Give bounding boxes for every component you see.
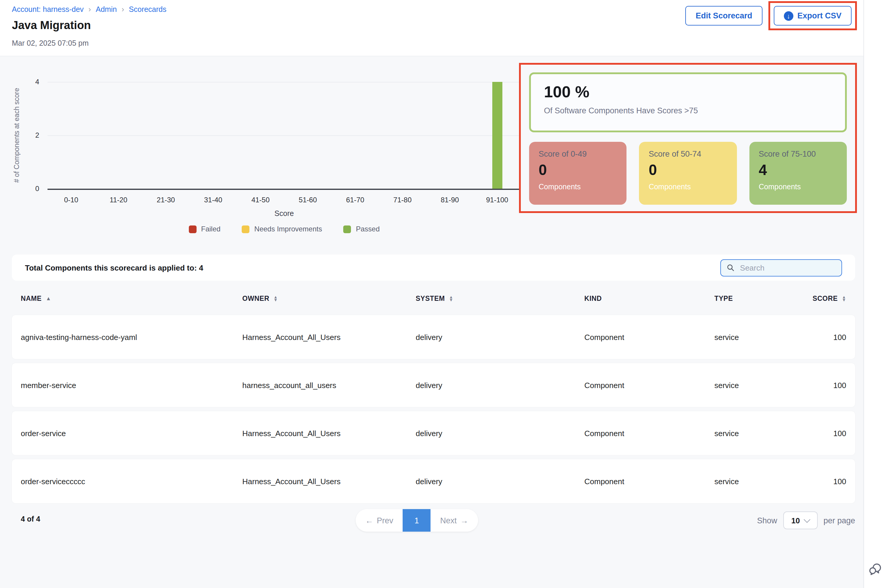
legend-item[interactable]: Needs Improvements bbox=[242, 225, 322, 233]
bar-column bbox=[331, 82, 379, 189]
table-row[interactable]: order-service Harness_Account_All_Users … bbox=[12, 411, 855, 455]
cell-type: service bbox=[715, 381, 805, 390]
column-header[interactable]: SYSTEM ▲▼ bbox=[416, 295, 584, 302]
breadcrumb-separator: › bbox=[89, 5, 91, 14]
cell-owner: Harness_Account_All_Users bbox=[242, 333, 416, 342]
edit-scorecard-button[interactable]: Edit Scorecard bbox=[686, 6, 763, 26]
bar-column bbox=[474, 82, 521, 189]
export-csv-label: Export CSV bbox=[797, 11, 841, 20]
bar-column bbox=[426, 82, 473, 189]
score-range-card: Score of 50-74 0 Components bbox=[639, 142, 737, 205]
score-range-title: Score of 0-49 bbox=[539, 150, 617, 158]
y-axis-title: # of Components at each score bbox=[13, 88, 20, 183]
x-tick-label: 61-70 bbox=[331, 196, 379, 204]
column-label: TYPE bbox=[715, 295, 733, 302]
next-label: Next bbox=[440, 516, 457, 525]
main-content: # of Components at each score 4 2 0 0-10… bbox=[0, 56, 863, 588]
x-tick-label: 81-90 bbox=[426, 196, 473, 204]
table-header: NAME ▲▼ OWNER ▲▼ SYSTEM ▲▼ KIND ▲▼ bbox=[12, 282, 855, 315]
cell-name: member-service bbox=[21, 381, 242, 390]
cell-name: order-serviceccccc bbox=[21, 477, 242, 486]
x-tick-label: 51-60 bbox=[284, 196, 331, 204]
cell-owner: Harness_Account_All_Users bbox=[242, 429, 416, 438]
cell-name: agniva-testing-harness-code-yaml bbox=[21, 333, 242, 342]
x-axis-title: Score bbox=[48, 210, 521, 218]
prev-page-button[interactable]: ← Prev bbox=[356, 509, 403, 532]
score-range-cards: Score of 0-49 0 Components Score of 50-7… bbox=[529, 142, 847, 205]
search-box bbox=[720, 259, 842, 276]
export-annotation-box: ↓ Export CSV bbox=[768, 1, 857, 30]
table-row[interactable]: member-service harness_account_all_users… bbox=[12, 363, 855, 407]
score-range-title: Score of 75-100 bbox=[759, 150, 837, 158]
search-icon bbox=[727, 264, 734, 272]
column-label: SCORE bbox=[813, 295, 838, 302]
chart-bar bbox=[492, 82, 502, 189]
cell-kind: Component bbox=[584, 333, 715, 342]
x-tick-label: 71-80 bbox=[379, 196, 426, 204]
show-label: Show bbox=[757, 516, 777, 525]
cell-system: delivery bbox=[416, 333, 584, 342]
score-percentage-value: 100 % bbox=[544, 83, 832, 102]
column-header[interactable]: NAME ▲▼ bbox=[21, 295, 242, 302]
cell-kind: Component bbox=[584, 429, 715, 438]
column-header[interactable]: KIND ▲▼ bbox=[584, 295, 715, 302]
bar-column bbox=[95, 82, 142, 189]
cell-owner: Harness_Account_All_Users bbox=[242, 477, 416, 486]
table-toolbar: Total Components this scorecard is appli… bbox=[12, 255, 855, 280]
table-row[interactable]: order-serviceccccc Harness_Account_All_U… bbox=[12, 459, 855, 503]
x-tick-label: 91-100 bbox=[474, 196, 521, 204]
x-tick-label: 41-50 bbox=[237, 196, 284, 204]
page-number-active[interactable]: 1 bbox=[403, 509, 431, 532]
breadcrumb-admin-link[interactable]: Admin bbox=[96, 5, 117, 14]
x-axis-labels: 0-1011-2021-3031-4041-5051-6061-7071-808… bbox=[48, 196, 521, 204]
export-csv-button[interactable]: ↓ Export CSV bbox=[773, 6, 851, 26]
next-page-button[interactable]: Next → bbox=[431, 509, 478, 532]
column-label: SYSTEM bbox=[416, 295, 445, 302]
bar-column bbox=[48, 82, 95, 189]
chat-bubbles-icon[interactable] bbox=[868, 562, 883, 576]
x-tick-label: 21-30 bbox=[142, 196, 190, 204]
cell-score: 100 bbox=[805, 429, 846, 438]
cell-system: delivery bbox=[416, 429, 584, 438]
plot-area bbox=[48, 82, 521, 190]
page-title: Java Migration bbox=[12, 19, 91, 32]
bar-column bbox=[190, 82, 237, 189]
page-size-controls: Show 10 per page bbox=[757, 512, 855, 529]
legend-label: Failed bbox=[201, 225, 220, 233]
x-tick-label: 11-20 bbox=[95, 196, 142, 204]
breadcrumb-account-link[interactable]: Account: harness-dev bbox=[12, 5, 84, 14]
score-range-title: Score of 50-74 bbox=[649, 150, 727, 158]
column-label: OWNER bbox=[242, 295, 269, 302]
arrow-right-icon: → bbox=[460, 516, 468, 525]
score-range-label: Components bbox=[759, 183, 837, 191]
breadcrumb-separator: › bbox=[122, 5, 124, 14]
score-percentage-card: 100 % Of Software Components Have Scores… bbox=[529, 72, 847, 132]
header-actions: Edit Scorecard ↓ Export CSV bbox=[686, 1, 857, 30]
legend-label: Needs Improvements bbox=[254, 225, 322, 233]
y-tick: 4 bbox=[23, 78, 39, 86]
bar-column bbox=[237, 82, 284, 189]
score-percentage-subtitle: Of Software Components Have Scores >75 bbox=[544, 106, 832, 115]
score-range-count: 0 bbox=[649, 161, 727, 178]
cell-score: 100 bbox=[805, 477, 846, 486]
bar-column bbox=[284, 82, 331, 189]
score-range-count: 0 bbox=[539, 161, 617, 178]
cell-name: order-service bbox=[21, 429, 242, 438]
page-size-select[interactable]: 10 bbox=[783, 512, 817, 529]
column-header[interactable]: OWNER ▲▼ bbox=[242, 295, 416, 302]
cell-kind: Component bbox=[584, 477, 715, 486]
cell-type: service bbox=[715, 429, 805, 438]
legend-item[interactable]: Passed bbox=[343, 225, 380, 233]
column-header[interactable]: SCORE ▲▼ bbox=[805, 295, 846, 302]
legend-item[interactable]: Failed bbox=[188, 225, 220, 233]
table-row[interactable]: agniva-testing-harness-code-yaml Harness… bbox=[12, 315, 855, 359]
search-input[interactable] bbox=[739, 262, 835, 273]
column-label: KIND bbox=[584, 295, 602, 302]
prev-label: Prev bbox=[377, 516, 393, 525]
scorecard-details-page: Account: harness-dev › Admin › Scorecard… bbox=[0, 0, 886, 588]
screenshot-viewport: Account: harness-dev › Admin › Scorecard… bbox=[0, 0, 886, 588]
column-header[interactable]: TYPE ▲▼ bbox=[715, 295, 805, 302]
cell-owner: harness_account_all_users bbox=[242, 381, 416, 390]
score-range-label: Components bbox=[539, 183, 617, 191]
breadcrumb-scorecards-link[interactable]: Scorecards bbox=[129, 5, 166, 14]
